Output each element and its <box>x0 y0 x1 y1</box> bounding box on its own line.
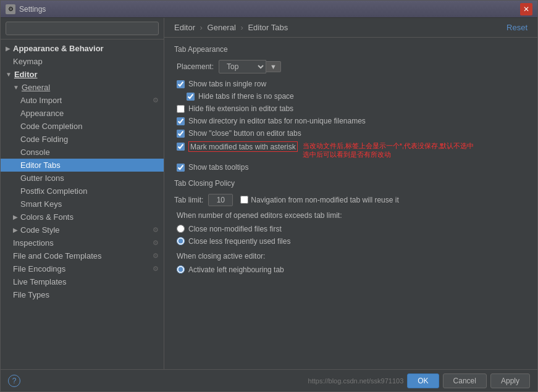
tab-appearance-section-title: Tab Appearance <box>174 45 527 54</box>
radio-close-non-modified-label: Close non-modified files first <box>188 225 282 233</box>
settings-icon: ⚙ <box>153 96 159 104</box>
app-icon: ⚙ <box>6 4 15 14</box>
help-button[interactable]: ? <box>8 375 20 387</box>
sidebar-item-label: Auto Import <box>20 96 62 105</box>
cb-show-single-row-input[interactable] <box>177 80 185 88</box>
sidebar: ▶ Appearance & Behavior Keymap ▼ Editor … <box>1 18 164 369</box>
sidebar-item-label: Code Style <box>20 225 60 235</box>
placement-select[interactable]: Top Bottom Left Right <box>219 60 266 73</box>
sidebar-item-label: File and Code Templates <box>13 251 102 261</box>
radio-activate-left-input[interactable] <box>177 265 185 273</box>
radio-close-less-frequent-input[interactable] <box>177 237 185 245</box>
sidebar-item-code-style[interactable]: ▶ Code Style ⚙ <box>1 223 164 236</box>
radio-close-less-frequent: Close less frequently used files <box>174 237 527 246</box>
cb-show-tooltips-input[interactable] <box>177 164 185 172</box>
sidebar-item-label: Editor Tabs <box>20 161 61 170</box>
cb-show-directory-input[interactable] <box>177 117 185 125</box>
radio-close-non-modified-input[interactable] <box>177 225 185 233</box>
cb-nav-reuse-input[interactable] <box>240 196 248 204</box>
sidebar-item-postfix-completion[interactable]: Postfix Completion <box>1 185 164 198</box>
sidebar-item-code-folding[interactable]: Code Folding <box>1 133 164 146</box>
active-close-label: When closing active editor: <box>177 252 527 261</box>
cb-mark-modified-row: Mark modified tabs with asterisk 当改动文件后,… <box>174 141 527 159</box>
sidebar-item-code-completion[interactable]: Code Completion <box>1 120 164 133</box>
tab-limit-label: Tab limit: <box>174 196 203 204</box>
sidebar-item-label: Gutter Icons <box>20 173 64 183</box>
cb-show-directory-label: Show directory in editor tabs for non-un… <box>188 117 366 125</box>
radio-close-non-modified: Close non-modified files first <box>174 225 527 233</box>
cb-hide-extension-label: Hide file extension in editor tabs <box>188 104 293 113</box>
reset-button[interactable]: Reset <box>506 23 527 32</box>
sidebar-item-inspections[interactable]: Inspections ⚙ <box>1 236 164 249</box>
bottom-right: https://blog.csdn.net/ssk971103 OK Cance… <box>301 373 530 388</box>
breadcrumb-sep2: › <box>240 23 243 32</box>
breadcrumb-current: Editor Tabs <box>248 23 288 32</box>
sidebar-item-gutter-icons[interactable]: Gutter Icons <box>1 172 164 185</box>
ok-button[interactable]: OK <box>407 373 439 388</box>
panel-content: Tab Appearance Placement: Top Bottom Lef… <box>164 38 537 369</box>
sidebar-item-label: File Encodings <box>13 264 65 273</box>
placement-row: Placement: Top Bottom Left Right ▼ <box>177 60 527 73</box>
sidebar-item-label: Inspections <box>13 238 54 248</box>
cb-hide-extension: Hide file extension in editor tabs <box>174 104 527 113</box>
cb-show-tooltips-label: Show tabs tooltips <box>188 163 248 172</box>
sidebar-item-label: Console <box>20 148 50 157</box>
expand-arrow: ▶ <box>6 45 11 52</box>
placement-group: Top Bottom Left Right ▼ <box>219 60 281 73</box>
radio-close-less-frequent-label: Close less frequently used files <box>188 237 290 246</box>
radio-activate-left-label: Activate left neighbouring tab <box>188 265 284 274</box>
sidebar-item-label: File Types <box>13 290 49 299</box>
cb-mark-modified-input[interactable] <box>177 143 185 151</box>
sidebar-item-appearance[interactable]: Appearance <box>1 107 164 120</box>
sidebar-item-auto-import[interactable]: Auto Import ⚙ <box>1 94 164 107</box>
sidebar-item-editor-tabs[interactable]: Editor Tabs <box>1 159 164 172</box>
sidebar-item-console[interactable]: Console <box>1 146 164 159</box>
main-panel: Editor › General › Editor Tabs Reset Tab… <box>164 18 537 369</box>
search-box <box>1 18 164 40</box>
content-area: ▶ Appearance & Behavior Keymap ▼ Editor … <box>1 18 537 369</box>
sidebar-item-label: Colors & Fonts <box>20 212 74 222</box>
tab-limit-input[interactable] <box>208 194 233 206</box>
watermark: https://blog.csdn.net/ssk971103 <box>308 377 404 385</box>
sidebar-item-file-code-templates[interactable]: File and Code Templates ⚙ <box>1 249 164 262</box>
sidebar-item-label: Keymap <box>13 57 43 66</box>
sidebar-item-label: Smart Keys <box>20 199 62 209</box>
sidebar-item-label: Code Folding <box>20 135 68 144</box>
sidebar-item-file-types[interactable]: File Types <box>1 288 164 301</box>
sidebar-item-keymap[interactable]: Keymap <box>1 55 164 68</box>
breadcrumb-general: General <box>208 23 236 32</box>
settings-icon: ⚙ <box>153 265 159 273</box>
sidebar-item-smart-keys[interactable]: Smart Keys <box>1 198 164 211</box>
apply-button[interactable]: Apply <box>490 373 530 388</box>
cb-show-directory: Show directory in editor tabs for non-un… <box>174 117 527 125</box>
placement-dropdown-arrow[interactable]: ▼ <box>266 61 281 72</box>
sidebar-item-live-templates[interactable]: Live Templates <box>1 275 164 288</box>
cb-nav-reuse-label: Navigation from non-modified tab will re… <box>251 196 398 204</box>
sidebar-item-colors-fonts[interactable]: ▶ Colors & Fonts <box>1 211 164 223</box>
sidebar-item-label: Appearance <box>20 109 64 118</box>
sidebar-item-editor[interactable]: ▼ Editor <box>1 68 164 81</box>
cb-show-close-btn-label: Show "close" button on editor tabs <box>188 129 301 138</box>
close-button[interactable]: ✕ <box>520 3 532 15</box>
sidebar-item-label: Appearance & Behavior <box>13 44 104 53</box>
sidebar-item-appearance-behavior[interactable]: ▶ Appearance & Behavior <box>1 42 164 55</box>
breadcrumb-editor: Editor <box>174 23 195 32</box>
titlebar: ⚙ Settings ✕ <box>1 1 537 18</box>
tab-limit-row: Tab limit: Navigation from non-modified … <box>174 194 527 206</box>
excess-editors-label: When number of opened editors exceeds ta… <box>174 211 527 220</box>
settings-icon: ⚙ <box>153 252 159 260</box>
sidebar-item-general[interactable]: ▼ General <box>1 81 164 94</box>
search-input[interactable] <box>6 22 159 35</box>
placement-label: Placement: <box>177 62 214 71</box>
cb-hide-no-space-input[interactable] <box>187 93 195 101</box>
cancel-button[interactable]: Cancel <box>443 373 487 388</box>
panel-header: Editor › General › Editor Tabs Reset <box>164 18 537 38</box>
expand-arrow: ▼ <box>6 71 12 78</box>
cb-hide-extension-input[interactable] <box>177 105 185 113</box>
cb-show-single-row-label: Show tabs in single row <box>188 80 266 88</box>
bottom-bar: ? https://blog.csdn.net/ssk971103 OK Can… <box>1 369 537 391</box>
help-icon: ? <box>12 377 17 385</box>
cb-show-close-btn-input[interactable] <box>177 130 185 138</box>
sidebar-item-file-encodings[interactable]: File Encodings ⚙ <box>1 262 164 275</box>
sidebar-item-label: Postfix Completion <box>20 186 87 196</box>
